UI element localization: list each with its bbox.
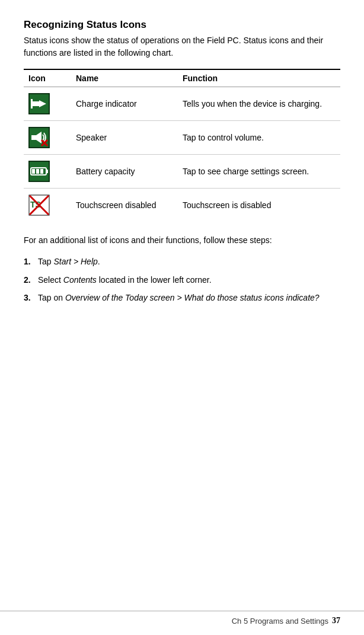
status-icons-table: Icon Name Function (24, 69, 340, 222)
name-cell-battery: Battery capacity (71, 155, 178, 189)
step-text: Tap Start > Help. (38, 255, 100, 268)
icon-cell-speaker (24, 121, 71, 155)
step-number: 3. (24, 291, 34, 304)
speaker-icon (28, 127, 50, 148)
table-row: Charge indicator Tells you when the devi… (24, 87, 340, 121)
name-cell-speaker: Speaker (71, 121, 178, 155)
svg-rect-18 (40, 169, 43, 174)
icon-cell-battery (24, 155, 71, 189)
footer-page-number: 37 (332, 616, 340, 626)
svg-rect-17 (36, 169, 39, 174)
function-cell-touchscreen: Touchscreen is disabled (178, 189, 340, 222)
intro-paragraph: Status icons show the status of operatio… (24, 34, 340, 59)
col-header-icon: Icon (24, 69, 71, 87)
page-footer: Ch 5 Programs and Settings 37 (0, 611, 364, 626)
step-text: Tap on Overview of the Today screen > Wh… (38, 291, 320, 304)
battery-capacity-icon (28, 161, 50, 182)
list-item: 2. Select Contents located in the lower … (24, 273, 340, 286)
page-title: Recognizing Status Icons (24, 19, 340, 31)
svg-rect-3 (31, 99, 33, 102)
svg-rect-15 (46, 170, 48, 173)
svg-rect-2 (31, 101, 39, 106)
footer-label: Ch 5 Programs and Settings (232, 617, 328, 626)
col-header-name: Name (71, 69, 178, 87)
steps-list: 1. Tap Start > Help. 2. Select Contents … (24, 255, 340, 304)
svg-rect-16 (32, 169, 35, 174)
table-row: Speaker Tap to control volume. (24, 121, 340, 155)
function-cell-charge: Tells you when the device is charging. (178, 87, 340, 121)
svg-rect-4 (31, 106, 33, 109)
list-item: 1. Tap Start > Help. (24, 255, 340, 268)
function-cell-battery: Tap to see charge settings screen. (178, 155, 340, 189)
step-text: Select Contents located in the lower lef… (38, 273, 212, 286)
table-row: Battery capacity Tap to see charge setti… (24, 155, 340, 189)
charge-indicator-icon (28, 93, 50, 114)
col-header-function: Function (178, 69, 340, 87)
touchscreen-disabled-icon: TS (28, 194, 50, 216)
step-number: 2. (24, 273, 34, 286)
function-cell-speaker: Tap to control volume. (178, 121, 340, 155)
name-cell-charge: Charge indicator (71, 87, 178, 121)
step-number: 1. (24, 255, 34, 268)
after-table-text: For an additional list of icons and thei… (24, 234, 340, 247)
icon-cell-charge (24, 87, 71, 121)
svg-rect-8 (31, 135, 36, 140)
page-content: Recognizing Status Icons Status icons sh… (0, 0, 364, 345)
table-row: TS Touchscreen disabled Touchscreen is d… (24, 189, 340, 222)
list-item: 3. Tap on Overview of the Today screen >… (24, 291, 340, 304)
icon-cell-touchscreen: TS (24, 189, 71, 222)
name-cell-touchscreen: Touchscreen disabled (71, 189, 178, 222)
